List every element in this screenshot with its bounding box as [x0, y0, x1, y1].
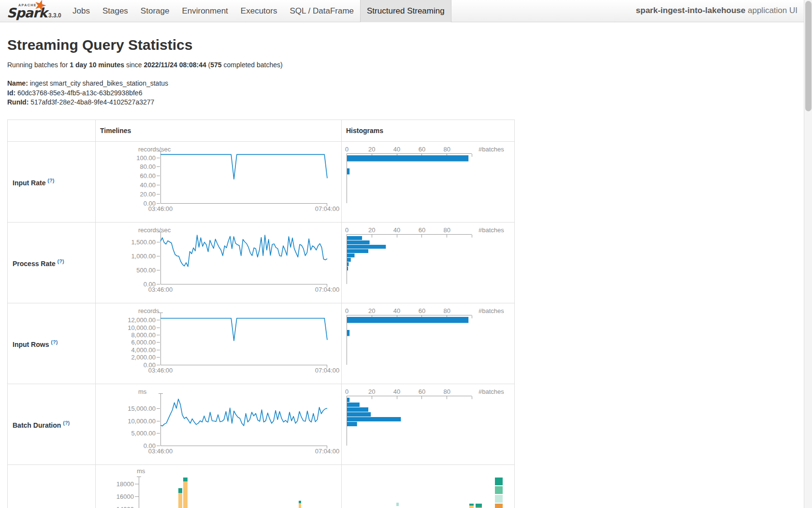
svg-text:60: 60 [419, 307, 425, 314]
svg-text:60: 60 [419, 146, 425, 153]
svg-text:80: 80 [443, 146, 450, 153]
svg-text:0: 0 [345, 226, 348, 234]
svg-text:20: 20 [368, 226, 375, 234]
input-rate-timeline-chart: records/sec100.0080.0060.0040.0020.000.0… [95, 141, 341, 224]
input-rate-help-link[interactable]: (?) [47, 178, 54, 183]
svg-text:60.00: 60.00 [140, 172, 156, 179]
svg-text:20: 20 [368, 146, 375, 153]
tab-structured-streaming[interactable]: Structured Streaming [360, 0, 451, 22]
svg-text:8,000.00: 8,000.00 [131, 331, 156, 339]
svg-text:40: 40 [393, 388, 400, 395]
svg-text:07:04:00: 07:04:00 [315, 448, 340, 455]
query-id-line: Id: 60dc3768-85e3-4fb5-a13c-63b29938bfe6 [7, 89, 142, 97]
batch-duration-help-link[interactable]: (?) [63, 420, 70, 426]
spark-version: 3.3.0 [48, 12, 61, 19]
row5-stacked-bar-segment [178, 493, 182, 508]
input-rate-histogram-chart: 020406080#batches [341, 141, 514, 224]
id-value: 60dc3768-85e3-4fb5-a13c-63b29938bfe6 [15, 89, 142, 97]
svg-text:80: 80 [443, 307, 450, 314]
svg-text:6,000.00: 6,000.00 [131, 339, 156, 346]
row5-y-axis [139, 477, 139, 508]
input-rows-histogram-chart: 020406080#batches [341, 303, 514, 386]
tab-stages[interactable]: Stages [96, 0, 134, 22]
svg-text:40: 40 [393, 226, 400, 234]
tab-sql-dataframe[interactable]: SQL / DataFrame [283, 0, 360, 22]
table-border [514, 120, 515, 508]
row5-unit-label: ms [137, 467, 145, 475]
running-batches-line: Running batches for 1 day 10 minutes sin… [7, 61, 283, 69]
svg-text:0: 0 [345, 307, 348, 314]
running-suffix: completed batches) [222, 61, 283, 69]
svg-text:4,000.00: 4,000.00 [131, 346, 156, 354]
name-label: Name: [7, 79, 28, 87]
navbar: APACHE Spark ★ 3.3.0 Jobs Stages Storage… [0, 0, 812, 22]
tab-storage[interactable]: Storage [134, 0, 176, 22]
svg-text:07:04:00: 07:04:00 [315, 367, 340, 374]
tab-executors[interactable]: Executors [234, 0, 284, 22]
svg-text:0: 0 [345, 146, 348, 153]
svg-text:03:46:00: 03:46:00 [148, 286, 173, 293]
svg-text:5,000.00: 5,000.00 [131, 430, 156, 437]
svg-text:40: 40 [393, 307, 400, 314]
svg-text:20: 20 [368, 388, 375, 395]
spark-logo: APACHE Spark ★ [7, 1, 53, 21]
query-runid-line: RunId: 517afd3f-28e2-4ba8-9fe4-4102527a3… [7, 98, 154, 106]
input-rows-help-link[interactable]: (?) [51, 339, 58, 345]
row5-tick-label: 16000 [95, 493, 134, 500]
row-label-input-rate: Input Rate (?) [13, 177, 54, 187]
process-rate-timeline-chart: records/sec1,500.001,000.00500.000.0003:… [95, 222, 341, 305]
runid-label: RunId: [7, 98, 29, 106]
row-label-input-rows: Input Rows (?) [13, 339, 58, 348]
svg-text:03:46:00: 03:46:00 [148, 205, 173, 212]
svg-text:2,000.00: 2,000.00 [131, 354, 156, 361]
input-rows-timeline-chart: records12,000.0010,000.008,000.006,000.0… [95, 303, 341, 386]
svg-text:60: 60 [419, 388, 425, 395]
tab-jobs[interactable]: Jobs [66, 0, 96, 22]
running-duration: 1 day 10 minutes [70, 61, 124, 69]
svg-text:1,000.00: 1,000.00 [131, 253, 156, 260]
row5-legend-swatch [495, 495, 503, 503]
name-value: ingest smart_city shared_bikes_station_s… [28, 79, 168, 87]
row5-tick-label: 18000 [95, 480, 134, 488]
svg-text:60: 60 [419, 226, 425, 234]
svg-text:07:04:00: 07:04:00 [315, 286, 340, 293]
scrollbar-thumb[interactable] [805, 1, 812, 111]
svg-text:#batches: #batches [478, 146, 504, 153]
svg-text:records/sec: records/sec [138, 146, 171, 153]
svg-text:07:04:00: 07:04:00 [315, 205, 340, 212]
svg-text:80: 80 [443, 388, 450, 395]
tab-environment[interactable]: Environment [175, 0, 234, 22]
row5-stacked-bar-segment [396, 503, 399, 506]
completed-batches-count: 575 [210, 61, 221, 69]
svg-text:10,000.00: 10,000.00 [128, 418, 156, 425]
row5-tick-mark [135, 496, 139, 497]
svg-text:03:46:00: 03:46:00 [148, 448, 173, 455]
svg-text:80.00: 80.00 [140, 163, 156, 170]
spark-ui-page: APACHE Spark ★ 3.3.0 Jobs Stages Storage… [0, 0, 812, 508]
page-title: Streaming Query Statistics [7, 37, 192, 53]
svg-text:03:46:00: 03:46:00 [148, 367, 173, 374]
running-since-value: 2022/11/24 08:08:44 [144, 61, 206, 69]
row-label-batch-duration: Batch Duration (?) [13, 419, 70, 429]
app-name: spark-ingest-into-lakehouse [636, 6, 746, 15]
batch-duration-timeline-chart: ms15,000.0010,000.005,000.000.0003:46:00… [95, 384, 341, 466]
process-rate-help-link[interactable]: (?) [58, 258, 64, 264]
svg-text:40.00: 40.00 [140, 181, 156, 189]
process-rate-histogram-chart: 020406080#batches [341, 222, 514, 305]
svg-text:#batches: #batches [478, 388, 504, 395]
running-paren: ( [206, 61, 211, 69]
row5-legend-swatch [495, 486, 503, 494]
running-text: Running batches for [7, 61, 70, 69]
svg-text:0: 0 [345, 388, 348, 395]
row5-legend-swatch [495, 478, 503, 485]
svg-text:records/sec: records/sec [138, 226, 171, 234]
row-label-process-rate: Process Rate (?) [13, 258, 64, 268]
svg-text:1,500.00: 1,500.00 [131, 239, 156, 246]
running-since-text: since [124, 61, 144, 69]
row5-stacked-bar-segment [178, 488, 182, 493]
row5-stacked-bar-segment [183, 481, 188, 508]
batch-duration-histogram-chart: 020406080#batches [341, 384, 514, 466]
svg-text:records: records [138, 307, 160, 314]
runid-value: 517afd3f-28e2-4ba8-9fe4-4102527a3277 [29, 98, 154, 106]
nav-tabs: Jobs Stages Storage Environment Executor… [66, 0, 451, 22]
